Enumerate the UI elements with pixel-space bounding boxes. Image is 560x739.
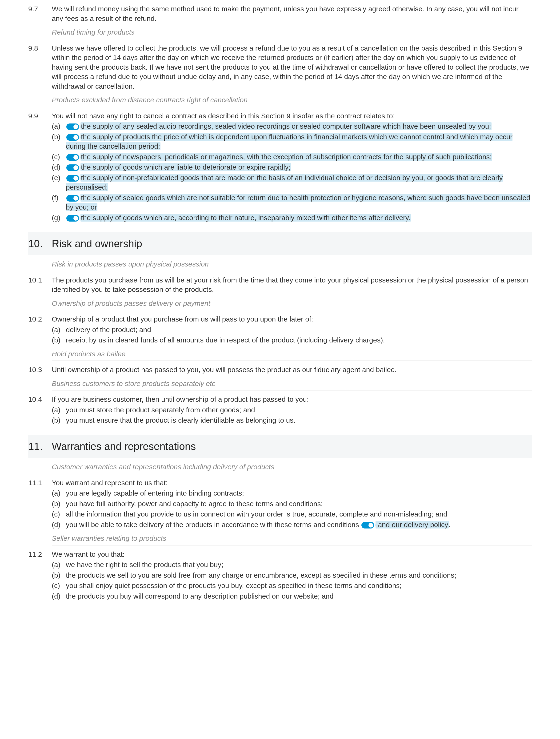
- caption-refund-timing: Refund timing for products: [28, 27, 532, 39]
- caption-bailee: Hold products as bailee: [28, 349, 532, 361]
- toggle-icon[interactable]: [66, 175, 79, 181]
- toggle-icon[interactable]: [66, 215, 79, 221]
- item-text: receipt by us in cleared funds of all am…: [66, 335, 532, 345]
- item-text: you will be able to take delivery of the…: [66, 520, 532, 530]
- item-text: all the information that you provide to …: [66, 509, 532, 519]
- clause-number: 11.2: [28, 550, 52, 601]
- clause-9-8: 9.8 Unless we have offered to collect th…: [28, 43, 532, 91]
- item-letter: (b): [52, 335, 66, 345]
- item-letter: (a): [52, 405, 66, 415]
- clause-text: We will refund money using the same meth…: [52, 4, 532, 23]
- section-title: Risk and ownership: [52, 237, 532, 251]
- clause-intro: If you are business customer, then until…: [52, 395, 532, 404]
- toggle-icon[interactable]: [66, 164, 79, 171]
- item-letter: (a): [52, 488, 66, 498]
- highlighted-text: the supply of goods which are liable to …: [81, 163, 291, 171]
- caption-excluded-products: Products excluded from distance contract…: [28, 95, 532, 107]
- caption-ownership-passes: Ownership of products passes delivery or…: [28, 299, 532, 310]
- clause-10-2: 10.2 Ownership of a product that you pur…: [28, 314, 532, 345]
- clause-number: 11.1: [28, 478, 52, 530]
- item-text: the supply of sealed goods which are not…: [66, 193, 532, 212]
- list-item: (d)the products you buy will correspond …: [52, 592, 532, 601]
- caption-customer-warranties: Customer warranties and representations …: [28, 462, 532, 474]
- item-letter: (d): [52, 592, 66, 601]
- clause-9-7: 9.7 We will refund money using the same …: [28, 4, 532, 23]
- clause-10-4: 10.4 If you are business customer, then …: [28, 395, 532, 425]
- item-letter: (d): [52, 520, 66, 530]
- list-item: (a)you are legally capable of entering i…: [52, 488, 532, 498]
- caption-business-store: Business customers to store products sep…: [28, 379, 532, 391]
- item-text: you shall enjoy quiet possession of the …: [66, 581, 532, 591]
- list-item: (c)the supply of newspapers, periodicals…: [52, 152, 532, 162]
- highlighted-text: the supply of any sealed audio recording…: [81, 122, 492, 130]
- clause-text: Until ownership of a product has passed …: [52, 365, 532, 375]
- item-text: the supply of non-prefabricated goods th…: [66, 173, 532, 192]
- section-title: Warranties and representations: [52, 439, 532, 453]
- item-letter: (a): [52, 122, 66, 131]
- list-item: (d)the supply of goods which are liable …: [52, 162, 532, 172]
- item-text: you have full authority, power and capac…: [66, 499, 532, 509]
- clause-intro: We warrant to you that:: [52, 550, 532, 559]
- item-text: the products you buy will correspond to …: [66, 592, 532, 601]
- item-letter: (b): [52, 132, 66, 151]
- section-11-header: 11. Warranties and representations: [28, 435, 532, 458]
- toggle-icon[interactable]: [66, 154, 79, 161]
- highlighted-text: the supply of sealed goods which are not…: [66, 194, 530, 211]
- item-letter: (b): [52, 571, 66, 580]
- item-letter: (e): [52, 173, 66, 192]
- highlighted-text: the supply of products the price of whic…: [66, 133, 513, 150]
- list-item: (c)all the information that you provide …: [52, 509, 532, 519]
- list-item: (a)we have the right to sell the product…: [52, 560, 532, 570]
- item-letter: (b): [52, 499, 66, 509]
- clause-11-1: 11.1 You warrant and represent to us tha…: [28, 478, 532, 530]
- clause-10-1: 10.1 The products you purchase from us w…: [28, 275, 532, 294]
- item-letter: (c): [52, 581, 66, 591]
- clause-10-3: 10.3 Until ownership of a product has pa…: [28, 365, 532, 375]
- clause-number: 9.8: [28, 43, 52, 91]
- item-letter: (c): [52, 152, 66, 162]
- clause-number: 10.4: [28, 395, 52, 425]
- item-text: the supply of goods which are, according…: [66, 213, 532, 223]
- clause-number: 9.9: [28, 111, 52, 223]
- clause-number: 9.7: [28, 4, 52, 23]
- list-item: (d) you will be able to take delivery of…: [52, 520, 532, 530]
- item-letter: (b): [52, 416, 66, 425]
- list-item: (b)the products we sell to you are sold …: [52, 571, 532, 580]
- item-text: you must store the product separately fr…: [66, 405, 532, 415]
- item-letter: (g): [52, 213, 66, 223]
- toggle-icon[interactable]: [66, 124, 79, 130]
- section-10-header: 10. Risk and ownership: [28, 232, 532, 255]
- item-text: the supply of any sealed audio recording…: [66, 122, 532, 131]
- highlighted-text: the supply of newspapers, periodicals or…: [81, 153, 492, 161]
- item-letter: (a): [52, 560, 66, 570]
- item-letter: (a): [52, 325, 66, 335]
- toggle-icon[interactable]: [66, 195, 79, 201]
- list-item: (b)the supply of products the price of w…: [52, 132, 532, 151]
- list-item: (c)you shall enjoy quiet possession of t…: [52, 581, 532, 591]
- list-item: (f)the supply of sealed goods which are …: [52, 193, 532, 212]
- toggle-icon[interactable]: [66, 134, 79, 141]
- clause-number: 10.1: [28, 275, 52, 294]
- caption-seller-warranties: Seller warranties relating to products: [28, 534, 532, 546]
- clause-number: 10.2: [28, 314, 52, 345]
- highlighted-text: the supply of goods which are, according…: [81, 214, 411, 221]
- list-item: (a)the supply of any sealed audio record…: [52, 122, 532, 131]
- clause-number: 10.3: [28, 365, 52, 375]
- section-number: 10.: [28, 237, 52, 251]
- list-item: (b)you have full authority, power and ca…: [52, 499, 532, 509]
- list-item: (e)the supply of non-prefabricated goods…: [52, 173, 532, 192]
- item-text: you are legally capable of entering into…: [66, 488, 532, 498]
- item-text: the supply of newspapers, periodicals or…: [66, 152, 532, 162]
- item-text: we have the right to sell the products t…: [66, 560, 532, 570]
- list-item: (a)delivery of the product; and: [52, 325, 532, 335]
- list-item: (b)you must ensure that the product is c…: [52, 416, 532, 425]
- clause-text: Unless we have offered to collect the pr…: [52, 43, 532, 91]
- item-letter: (f): [52, 193, 66, 212]
- list-item: (b)receipt by us in cleared funds of all…: [52, 335, 532, 345]
- item-text: the supply of goods which are liable to …: [66, 162, 532, 172]
- list-item: (a)you must store the product separately…: [52, 405, 532, 415]
- clause-intro: You warrant and represent to us that:: [52, 478, 532, 488]
- toggle-icon[interactable]: [362, 522, 374, 529]
- highlighted-text: and our delivery policy: [376, 521, 449, 529]
- section-number: 11.: [28, 439, 52, 453]
